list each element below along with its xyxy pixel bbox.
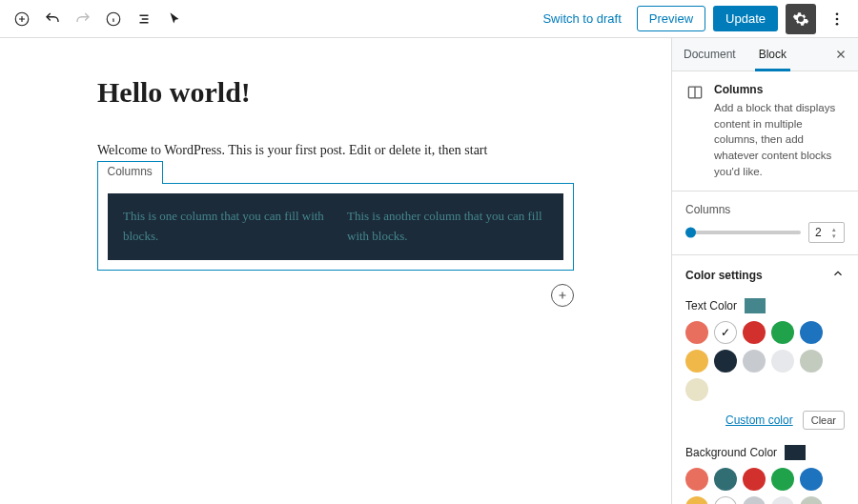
text-color-swatch[interactable] xyxy=(771,321,794,344)
preview-button[interactable]: Preview xyxy=(637,6,705,31)
bg-color-swatch[interactable] xyxy=(714,496,737,504)
paragraph-block[interactable]: Welcome to WordPress. This is your first… xyxy=(97,143,574,158)
bg-color-swatch[interactable] xyxy=(800,496,823,504)
editor-canvas[interactable]: Hello world! Welcome to WordPress. This … xyxy=(0,38,671,504)
block-breadcrumb[interactable]: Columns xyxy=(97,161,163,184)
redo-button xyxy=(69,5,97,33)
tab-document[interactable]: Document xyxy=(672,38,747,71)
text-color-swatch[interactable] xyxy=(771,350,794,373)
navigation-mode-button[interactable] xyxy=(160,5,189,33)
editor-toolbar: Switch to draft Preview Update xyxy=(0,0,858,38)
text-color-swatch[interactable] xyxy=(685,378,708,401)
update-button[interactable]: Update xyxy=(713,6,778,31)
bg-color-indicator xyxy=(785,445,806,460)
insert-block-after-button[interactable] xyxy=(551,284,574,307)
bg-color-label: Background Color xyxy=(685,446,777,459)
columns-slider[interactable] xyxy=(685,231,801,234)
column-1[interactable]: This is one column that you can fill wit… xyxy=(123,207,324,247)
info-button[interactable] xyxy=(99,5,128,33)
columns-count-label: Columns xyxy=(685,203,845,216)
bg-color-swatches xyxy=(685,468,845,504)
tab-block[interactable]: Block xyxy=(747,38,798,71)
columns-block[interactable]: Columns This is one column that you can … xyxy=(97,183,574,271)
text-color-label: Text Color xyxy=(685,299,737,312)
bg-color-swatch[interactable] xyxy=(743,496,766,504)
text-color-swatch[interactable] xyxy=(743,321,766,344)
svg-point-4 xyxy=(836,22,839,25)
bg-color-swatch[interactable] xyxy=(685,496,708,504)
chevron-up-icon xyxy=(831,267,845,283)
text-color-swatch[interactable] xyxy=(714,321,737,344)
bg-color-swatch[interactable] xyxy=(771,496,794,504)
text-color-swatches xyxy=(685,321,845,401)
settings-sidebar: Document Block Columns Add a block that … xyxy=(671,38,858,504)
bg-color-swatch[interactable] xyxy=(743,468,766,491)
columns-number-input[interactable]: 2 ▴▾ xyxy=(808,222,845,243)
text-custom-color-link[interactable]: Custom color xyxy=(725,413,793,427)
text-color-swatch[interactable] xyxy=(800,321,823,344)
text-color-swatch[interactable] xyxy=(800,350,823,373)
bg-color-swatch[interactable] xyxy=(771,468,794,491)
bg-color-swatch[interactable] xyxy=(714,468,737,491)
text-color-swatch[interactable] xyxy=(743,350,766,373)
text-color-swatch[interactable] xyxy=(685,321,708,344)
bg-color-swatch[interactable] xyxy=(685,468,708,491)
block-card-desc: Add a block that displays content in mul… xyxy=(714,100,845,179)
svg-point-3 xyxy=(836,17,839,20)
color-settings-toggle[interactable]: Color settings xyxy=(672,255,858,294)
column-2[interactable]: This is another column that you can fill… xyxy=(347,207,548,247)
columns-icon xyxy=(685,83,705,179)
switch-to-draft-link[interactable]: Switch to draft xyxy=(535,6,628,31)
text-color-swatch[interactable] xyxy=(714,350,737,373)
undo-button[interactable] xyxy=(38,5,67,33)
bg-color-swatch[interactable] xyxy=(800,468,823,491)
text-color-clear-button[interactable]: Clear xyxy=(803,411,845,430)
close-sidebar-button[interactable] xyxy=(827,41,854,68)
add-block-button[interactable] xyxy=(8,5,36,33)
stepper-icon[interactable]: ▴▾ xyxy=(832,224,842,241)
text-color-swatch[interactable] xyxy=(685,350,708,373)
svg-point-2 xyxy=(836,12,839,15)
more-menu-button[interactable] xyxy=(824,4,850,34)
text-color-indicator xyxy=(745,298,766,313)
post-title[interactable]: Hello world! xyxy=(97,76,574,109)
settings-toggle-button[interactable] xyxy=(786,4,816,34)
outline-button[interactable] xyxy=(130,5,158,33)
block-card-title: Columns xyxy=(714,83,845,96)
